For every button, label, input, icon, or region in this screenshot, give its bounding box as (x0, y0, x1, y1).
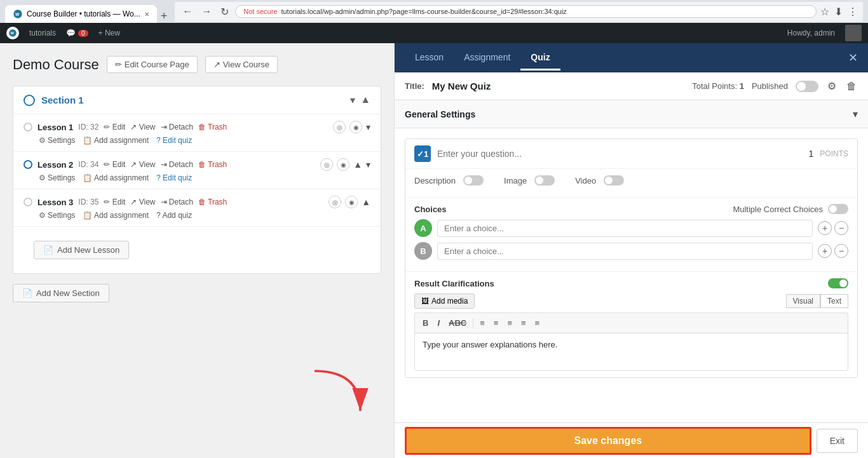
lesson-1-view-link[interactable]: ↗ View (130, 123, 155, 131)
lesson-1-edit-quiz-link[interactable]: ? Edit quiz (156, 136, 192, 145)
add-media-button[interactable]: 🖼 Add media (414, 293, 475, 309)
lesson-3-icon-eye[interactable]: ◎ (329, 196, 341, 208)
lesson-1-radio[interactable] (24, 123, 32, 131)
lesson-2-chevron-up[interactable]: ▲ (353, 159, 362, 170)
lesson-2-detach-link[interactable]: ⇥ Detach (161, 160, 193, 169)
choice-b-input[interactable] (437, 243, 813, 260)
forward-button[interactable]: → (199, 4, 214, 18)
lesson-3-trash-link[interactable]: 🗑 Trash (198, 198, 227, 206)
section-collapse-button[interactable]: ▾ (350, 94, 355, 106)
reload-button[interactable]: ↻ (218, 4, 231, 19)
wp-site-name[interactable]: tutorials (29, 29, 56, 37)
text-view-button[interactable]: Text (820, 294, 848, 308)
not-secure-indicator: Not secure (243, 8, 277, 15)
align-left-button[interactable]: ≡ (505, 317, 515, 329)
save-changes-button[interactable]: Save changes (405, 427, 811, 455)
lesson-1-icon-eye[interactable]: ◎ (333, 121, 346, 133)
lesson-2-trash-link[interactable]: 🗑 Trash (198, 160, 227, 169)
quiz-settings-icon[interactable]: ⚙ (826, 79, 837, 93)
view-course-button[interactable]: ↗ View Course (205, 56, 278, 73)
lesson-3-radio[interactable] (24, 198, 32, 206)
tab-lesson[interactable]: Lesson (405, 46, 454, 71)
edit-course-button[interactable]: ✏ Edit Course Page (107, 56, 198, 73)
lesson-2-chevron-down[interactable]: ▾ (366, 159, 370, 170)
lesson-3-name: Lesson 3 (37, 198, 73, 207)
editor-area[interactable]: Type your answer explanations here. (414, 333, 848, 371)
result-clarifications-toggle[interactable] (828, 278, 848, 288)
choice-a-input[interactable] (437, 220, 813, 237)
choice-a-remove-button[interactable]: − (834, 221, 848, 235)
checkmark-icon: ✓ (417, 149, 424, 159)
lesson-1-edit-link[interactable]: ✏ Edit (104, 123, 125, 131)
add-new-lesson-button[interactable]: 📄 Add New Lesson (34, 241, 129, 259)
panel-close-button[interactable]: ✕ (848, 51, 858, 65)
choices-section: Choices Multiple Correct Choices A + − (405, 197, 857, 271)
lesson-3-detach-link[interactable]: ⇥ Detach (161, 198, 193, 206)
external-link-icon: ↗ (214, 60, 220, 69)
question-text-input[interactable] (437, 149, 803, 159)
lesson-2-icon-target[interactable]: ◉ (337, 158, 349, 171)
choice-b-add-button[interactable]: + (818, 244, 832, 258)
lesson-1-name: Lesson 1 (37, 123, 73, 132)
lesson-1-add-assignment-link[interactable]: 📋 Add assignment (83, 136, 149, 145)
add-new-section-button[interactable]: 📄 Add New Section (13, 284, 109, 302)
unordered-list-button[interactable]: ≡ (477, 317, 487, 329)
download-button[interactable]: ⬇ (834, 6, 843, 18)
new-tab-button[interactable]: + (157, 10, 172, 23)
lesson-3-icon-target[interactable]: ◉ (345, 196, 358, 208)
video-toggle[interactable] (604, 175, 624, 185)
menu-button[interactable]: ⋮ (848, 6, 858, 18)
lesson-1-detach-link[interactable]: ⇥ Detach (161, 123, 193, 131)
strikethrough-button[interactable]: ABC (446, 317, 469, 329)
quiz-header: Title: My New Quiz Total Points: 1 Publi… (395, 72, 868, 100)
section-expand-button[interactable]: ▲ (360, 94, 370, 106)
lesson-3-view-link[interactable]: ↗ View (130, 198, 155, 206)
tab-quiz[interactable]: Quiz (520, 46, 560, 71)
description-toggle[interactable] (463, 175, 484, 185)
lesson-3-edit-link[interactable]: ✏ Edit (104, 198, 125, 206)
wp-comments-item[interactable]: 💬 0 (66, 29, 88, 37)
lesson-1-trash-link[interactable]: 🗑 Trash (198, 123, 227, 131)
avatar (845, 25, 862, 41)
wp-logo[interactable]: W (6, 27, 19, 39)
tab-close-button[interactable]: ✕ (144, 11, 149, 18)
exit-button[interactable]: Exit (817, 429, 858, 453)
lesson-2-add-assignment-link[interactable]: 📋 Add assignment (83, 173, 149, 182)
lesson-2-radio[interactable] (24, 160, 32, 169)
general-settings-chevron[interactable]: ▾ (853, 108, 858, 120)
lesson-2-edit-link[interactable]: ✏ Edit (104, 160, 125, 169)
question-header: ✓ 1 1 POINTS (405, 139, 857, 168)
image-toggle[interactable] (534, 175, 555, 185)
align-center-button[interactable]: ≡ (519, 317, 529, 329)
choice-b-remove-button[interactable]: − (834, 244, 848, 258)
tab-assignment[interactable]: Assignment (454, 46, 520, 71)
section-name: Section 1 (41, 95, 350, 105)
lesson-2-icon-eye[interactable]: ◎ (320, 158, 333, 171)
lesson-1-chevron-down[interactable]: ▾ (366, 122, 370, 132)
ordered-list-button[interactable]: ≡ (491, 317, 501, 329)
bold-button[interactable]: B (420, 317, 431, 329)
lesson-3-settings-link[interactable]: ⚙ Settings (39, 211, 75, 220)
lesson-3-add-quiz-link[interactable]: ? Add quiz (156, 211, 192, 220)
choice-a-add-button[interactable]: + (818, 221, 832, 235)
visual-view-button[interactable]: Visual (786, 294, 820, 308)
lesson-1-icon-target[interactable]: ◉ (349, 121, 362, 133)
align-right-button[interactable]: ≡ (532, 317, 543, 329)
quiz-trash-icon[interactable]: 🗑 (845, 79, 858, 93)
published-toggle[interactable] (796, 81, 818, 92)
lesson-3-chevron-up[interactable]: ▲ (362, 197, 370, 207)
italic-button[interactable]: I (435, 317, 442, 329)
lesson-2-view-link[interactable]: ↗ View (130, 160, 155, 169)
lesson-2-edit-quiz-link[interactable]: ? Edit quiz (156, 173, 192, 182)
multiple-correct-toggle[interactable] (828, 204, 848, 214)
back-button[interactable]: ← (180, 4, 195, 18)
lesson-1-settings-link[interactable]: ⚙ Settings (39, 136, 75, 145)
lesson-1-row: Lesson 1 ID: 32 ✏ Edit ↗ View ⇥ Detach 🗑… (24, 121, 370, 133)
address-bar[interactable]: Not secure tutorials.local/wp-admin/admi… (235, 5, 817, 18)
lesson-3-add-assignment-link[interactable]: 📋 Add assignment (83, 211, 149, 220)
lesson-2-settings-link[interactable]: ⚙ Settings (39, 173, 75, 182)
browser-tab-active[interactable]: W Course Builder • tutorials — Wo... ✕ (5, 5, 157, 23)
wp-new-item[interactable]: + New (98, 29, 120, 37)
url-text: tutorials.local/wp-admin/admin.php?page=… (281, 8, 566, 15)
bookmark-button[interactable]: ☆ (820, 6, 829, 18)
